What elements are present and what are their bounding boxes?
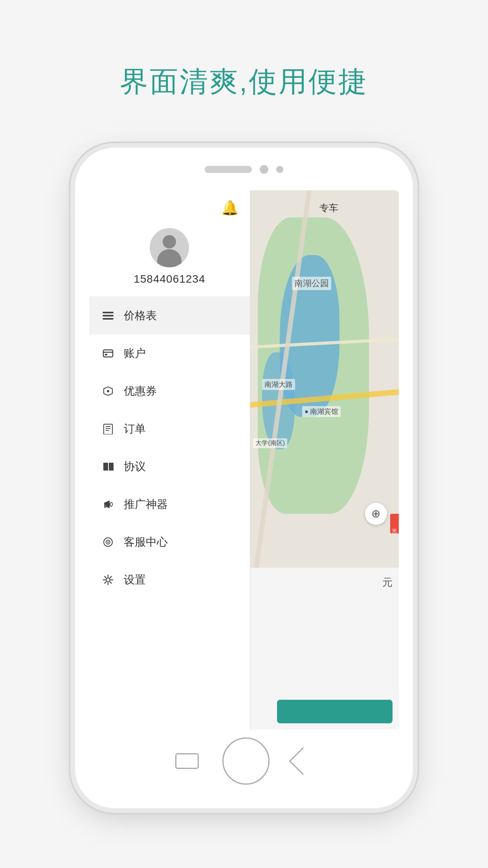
menu-item-service[interactable]: 客服中心	[89, 523, 250, 561]
drawer-panel: 🔔 15844061234 价格表	[89, 190, 250, 730]
menu-label-account: 账户	[124, 346, 146, 361]
drawer-header: 🔔	[89, 190, 250, 220]
svg-rect-0	[103, 312, 114, 313]
avatar	[150, 228, 189, 267]
map-park-label: 南湖公园	[292, 277, 331, 290]
menu-icon-price-list	[100, 308, 116, 324]
price-label: 元	[382, 576, 393, 589]
user-profile-area[interactable]: 15844061234	[89, 220, 250, 297]
menu-list: 价格表 账户 优惠券 订单 协议 推广神器 客服中心 设置	[89, 297, 250, 730]
svg-rect-12	[109, 463, 114, 471]
menu-item-orders[interactable]: 订单	[89, 410, 250, 448]
nav-recent-button[interactable]	[175, 753, 199, 769]
svg-rect-5	[105, 354, 107, 355]
red-banner: 光	[390, 514, 399, 533]
phone-screen: 🔔 15844061234 价格表	[89, 190, 399, 730]
menu-item-price-list[interactable]: 价格表	[89, 297, 250, 335]
map-hotel-label: ● 南湖宾馆	[302, 406, 341, 417]
menu-icon-promote	[100, 497, 116, 512]
user-phone-number: 15844061234	[134, 273, 205, 285]
menu-item-coupon[interactable]: 优惠券	[89, 372, 250, 410]
svg-point-17	[107, 541, 109, 543]
map-uni-label: 大学(南区)	[253, 438, 287, 448]
svg-rect-13	[104, 504, 106, 508]
svg-rect-2	[103, 318, 114, 320]
phone-top-bar	[205, 165, 283, 174]
menu-icon-coupon	[100, 383, 116, 399]
nav-home-button[interactable]	[222, 737, 270, 785]
svg-rect-11	[103, 463, 108, 471]
avatar-body	[157, 249, 182, 267]
avatar-head	[163, 235, 176, 248]
phone-camera2	[276, 166, 283, 173]
phone-speaker	[205, 166, 252, 173]
menu-icon-account	[100, 346, 116, 361]
nav-back-button[interactable]	[289, 747, 317, 775]
phone-camera	[260, 165, 268, 174]
location-button[interactable]: ⊕	[365, 503, 387, 525]
phone-mockup: 🔔 15844061234 价格表	[75, 148, 413, 808]
svg-point-18	[106, 578, 110, 582]
avatar-circle	[150, 228, 189, 267]
menu-label-agreement: 协议	[124, 459, 146, 474]
svg-point-6	[107, 390, 109, 392]
phone-bottom-bar	[175, 737, 313, 785]
call-car-button[interactable]	[277, 700, 393, 723]
map-bottom-panel: 元	[250, 568, 399, 730]
svg-rect-3	[103, 350, 113, 357]
menu-label-orders: 订单	[124, 421, 146, 436]
map-road-label: 南湖大路	[262, 379, 295, 390]
map-car-type-label: 专车	[317, 201, 341, 215]
menu-item-agreement[interactable]: 协议	[89, 448, 250, 485]
page-title: 界面清爽,使用便捷	[120, 63, 368, 101]
map-area: 专车 南湖公园 南湖大路 ● 南湖宾馆 大学(南区) ⊕ 光 元	[250, 190, 399, 730]
svg-rect-1	[103, 315, 114, 316]
svg-point-14	[110, 502, 112, 506]
menu-item-settings[interactable]: 设置	[89, 561, 250, 599]
menu-icon-settings	[100, 572, 116, 588]
menu-icon-agreement	[100, 459, 116, 474]
menu-icon-service	[100, 534, 116, 550]
location-icon: ⊕	[371, 507, 380, 520]
menu-label-coupon: 优惠券	[124, 384, 157, 399]
menu-label-promote: 推广神器	[124, 497, 168, 512]
menu-item-account[interactable]: 账户	[89, 335, 250, 372]
menu-icon-orders	[100, 421, 116, 437]
notification-bell-icon[interactable]: 🔔	[221, 200, 239, 216]
menu-label-settings: 设置	[124, 572, 146, 587]
menu-label-price-list: 价格表	[124, 308, 157, 323]
menu-label-service: 客服中心	[124, 535, 168, 550]
svg-rect-7	[104, 424, 112, 434]
menu-item-promote[interactable]: 推广神器	[89, 485, 250, 523]
